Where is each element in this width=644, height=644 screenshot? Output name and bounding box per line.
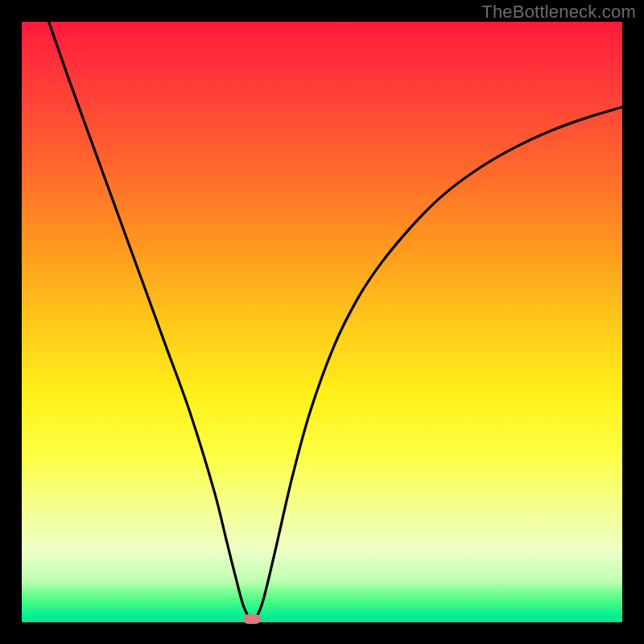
bottleneck-curve bbox=[22, 22, 622, 622]
min-marker bbox=[243, 614, 261, 624]
watermark-text: TheBottleneck.com bbox=[481, 2, 636, 23]
plot-area bbox=[22, 22, 622, 622]
chart-frame: TheBottleneck.com bbox=[0, 0, 644, 644]
